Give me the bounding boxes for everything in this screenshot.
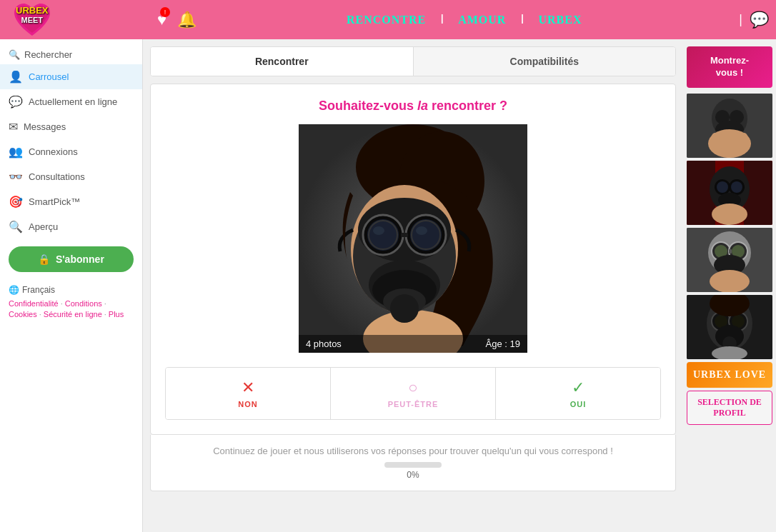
right-panel: Montrez-vous ! bbox=[683, 39, 776, 532]
peut-icon: ○ bbox=[408, 378, 417, 397]
globe-icon: 🌐 bbox=[9, 285, 19, 295]
age-label: Âge : 19 bbox=[486, 338, 520, 349]
logo-area: URBEX MEET bbox=[7, 0, 150, 39]
logo-urbex-text: URBEX bbox=[16, 6, 49, 16]
header-right: | 💬 bbox=[739, 11, 769, 29]
hearts-notification[interactable]: ! ♥ bbox=[157, 11, 166, 29]
sep3: · bbox=[39, 310, 41, 318]
cookies-link[interactable]: Cookies bbox=[9, 310, 37, 318]
photos-count: 4 photos bbox=[306, 338, 342, 349]
sidebar-item-label-consultations: Consultations bbox=[29, 171, 85, 182]
svg-rect-15 bbox=[401, 233, 408, 237]
profile-photo[interactable]: 4 photos Âge : 19 bbox=[299, 124, 527, 353]
carousel-title: Souhaitez-vous la rencontrer ? bbox=[165, 99, 661, 114]
main-layout: 🔍 Rechercher 👤 Carrousel 💬 Actuellement … bbox=[0, 39, 776, 532]
header-nav: RENCONTRE I AMOUR I URBEX bbox=[197, 12, 732, 27]
selection-profil-button[interactable]: SELECTION DE PROFIL bbox=[687, 391, 772, 425]
nav-sep-1: I bbox=[440, 12, 444, 27]
sidebar-item-label-online: Actuellement en ligne bbox=[29, 96, 117, 107]
language-selector[interactable]: 🌐 Français bbox=[9, 285, 134, 295]
connexions-icon: 👥 bbox=[9, 145, 23, 159]
bell-notification[interactable]: 🔔 bbox=[177, 11, 197, 29]
photo-overlay: 4 photos Âge : 19 bbox=[299, 335, 527, 353]
progress-text: Continuez de jouer et nous utiliserons v… bbox=[165, 446, 661, 456]
chat-icon[interactable]: 💬 bbox=[750, 11, 769, 29]
smartpick-icon: 🎯 bbox=[9, 195, 23, 209]
sidebar-item-label-smartpick: SmartPick™ bbox=[29, 196, 80, 207]
logo[interactable]: URBEX MEET bbox=[7, 0, 57, 39]
sep4: · bbox=[104, 310, 106, 318]
svg-point-10 bbox=[373, 226, 384, 235]
footer-links: Confidentialité · Conditions · Cookies ·… bbox=[9, 299, 134, 318]
sidebar-item-label-apercu: Aperçu bbox=[29, 221, 58, 232]
oui-icon: ✓ bbox=[572, 378, 585, 397]
search-icon: 🔍 bbox=[9, 49, 20, 60]
non-icon: ✕ bbox=[242, 378, 254, 397]
title-bold: la bbox=[417, 99, 428, 113]
sidebar-item-carrousel[interactable]: 👤 Carrousel bbox=[0, 64, 142, 89]
svg-point-8 bbox=[367, 219, 399, 251]
profile-thumb-4[interactable] bbox=[687, 295, 772, 359]
progress-bar bbox=[384, 462, 442, 468]
nav-rencontre[interactable]: RENCONTRE bbox=[347, 14, 426, 26]
btn-non[interactable]: ✕ NON bbox=[166, 368, 331, 419]
tab-rencontrer[interactable]: Rencontrer bbox=[151, 47, 414, 76]
action-buttons: ✕ NON ○ PEUT-ÊTRE ✓ OUI bbox=[165, 367, 661, 420]
progress-percent: 0% bbox=[165, 470, 661, 480]
sep2: · bbox=[104, 299, 106, 308]
sidebar-item-apercu[interactable]: 🔍 Aperçu bbox=[0, 214, 142, 239]
tabs: Rencontrer Compatibilités bbox=[150, 46, 676, 76]
sidebar-item-smartpick[interactable]: 🎯 SmartPick™ bbox=[0, 189, 142, 214]
urbex-love-button[interactable]: URBEX LOVE bbox=[687, 362, 772, 388]
sidebar-item-messages[interactable]: ✉ Messages bbox=[0, 114, 142, 139]
messages-icon: ✉ bbox=[9, 120, 18, 134]
profile-photo-wrap: 4 photos Âge : 19 bbox=[165, 124, 661, 353]
securite-link[interactable]: Sécurité en ligne bbox=[44, 310, 102, 318]
consultations-icon: 👓 bbox=[9, 170, 23, 184]
sidebar-item-consultations[interactable]: 👓 Consultations bbox=[0, 164, 142, 189]
subscribe-button[interactable]: 🔒 S'abonner bbox=[9, 246, 134, 272]
apercu-icon: 🔍 bbox=[9, 220, 23, 234]
show-yourself-button[interactable]: Montrez-vous ! bbox=[687, 46, 772, 88]
svg-rect-27 bbox=[737, 133, 747, 151]
conditions-link[interactable]: Conditions bbox=[65, 299, 102, 308]
tab-compatibilites[interactable]: Compatibilités bbox=[414, 47, 676, 76]
svg-point-37 bbox=[712, 204, 747, 225]
sidebar-item-label-carrousel: Carrousel bbox=[29, 71, 69, 82]
svg-point-46 bbox=[710, 270, 750, 292]
svg-rect-44 bbox=[729, 249, 732, 254]
progress-section: Continuez de jouer et nous utiliserons v… bbox=[150, 435, 676, 491]
content: Rencontrer Compatibilités Souhaitez-vous… bbox=[143, 39, 683, 532]
online-icon: 💬 bbox=[9, 95, 23, 109]
confidentialite-link[interactable]: Confidentialité bbox=[9, 299, 59, 308]
carousel-card: Souhaitez-vous la rencontrer ? bbox=[150, 84, 676, 435]
plus-link[interactable]: Plus bbox=[109, 310, 124, 318]
language-label: Français bbox=[22, 285, 55, 295]
svg-point-35 bbox=[731, 181, 742, 193]
title-part1: Souhaitez-vous bbox=[319, 99, 417, 113]
non-label: NON bbox=[238, 400, 257, 408]
btn-peut-etre[interactable]: ○ PEUT-ÊTRE bbox=[331, 368, 496, 419]
nav-urbex[interactable]: URBEX bbox=[538, 14, 582, 26]
oui-label: OUI bbox=[570, 400, 587, 408]
carrousel-icon: 👤 bbox=[9, 70, 23, 84]
profile-thumb-2[interactable] bbox=[687, 161, 772, 225]
svg-point-14 bbox=[416, 226, 427, 235]
bell-icon: 🔔 bbox=[177, 11, 197, 29]
sep1: · bbox=[61, 299, 63, 308]
btn-oui[interactable]: ✓ OUI bbox=[496, 368, 660, 419]
peut-label: PEUT-ÊTRE bbox=[388, 400, 439, 408]
profile-thumb-3[interactable] bbox=[687, 228, 772, 292]
nav-amour[interactable]: AMOUR bbox=[458, 14, 506, 26]
sidebar-item-online[interactable]: 💬 Actuellement en ligne bbox=[0, 89, 142, 114]
logo-meet-text: MEET bbox=[16, 16, 49, 24]
sidebar-footer: 🌐 Français Confidentialité · Conditions … bbox=[0, 279, 142, 324]
nav-sep-2: I bbox=[520, 12, 524, 27]
search-item[interactable]: 🔍 Rechercher bbox=[0, 45, 142, 64]
sidebar-item-label-messages: Messages bbox=[24, 121, 66, 132]
svg-point-34 bbox=[717, 181, 728, 193]
sidebar-item-connexions[interactable]: 👥 Connexions bbox=[0, 139, 142, 164]
header: URBEX MEET ! ♥ 🔔 RENCONTRE I AMOUR I URB… bbox=[0, 0, 776, 39]
sidebar-item-label-connexions: Connexions bbox=[29, 146, 78, 157]
profile-thumb-1[interactable] bbox=[687, 94, 772, 158]
